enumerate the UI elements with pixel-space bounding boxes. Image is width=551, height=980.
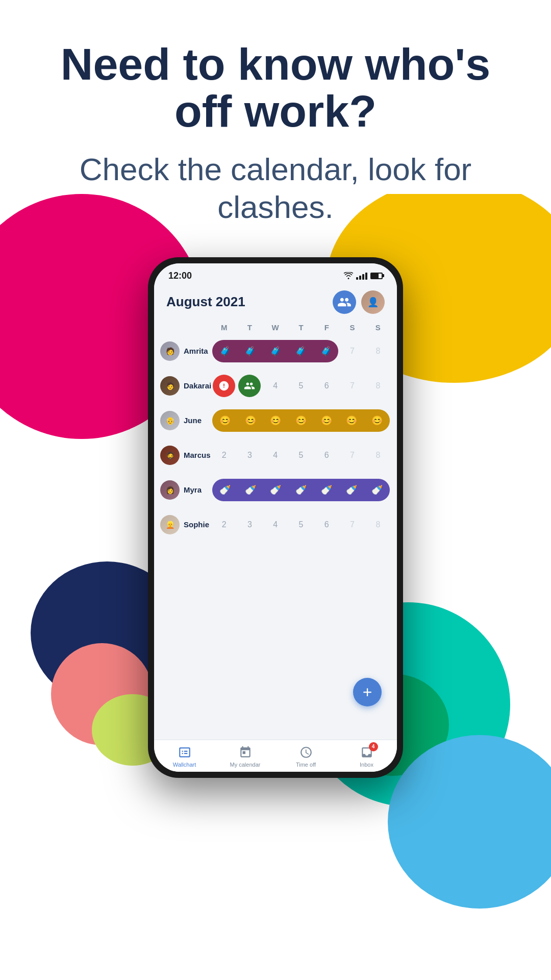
day-cell-dakarai-mon (211, 373, 237, 399)
status-icons (344, 272, 383, 280)
clash-warning-icon (218, 380, 230, 391)
smiley-icon-6: 😊 (346, 415, 357, 426)
day-number: 3 (247, 451, 252, 460)
day-cell-sophie-tue: 3 (237, 512, 262, 537)
stroller-icon-4: 🍼 (295, 484, 307, 496)
employee-info-marcus: 🧔 Marcus (160, 446, 211, 465)
employee-name-june: June (184, 416, 202, 425)
day-cell-marcus-sun: 8 (365, 443, 391, 468)
day-header-thu: T (288, 323, 314, 332)
day-cell-sophie-sun: 8 (365, 512, 391, 537)
day-cell-dakarai-sat: 7 (339, 373, 365, 399)
smiley-icon-1: 😊 (219, 415, 231, 426)
clash-red-icon (213, 375, 235, 397)
avatar-sophie: 👱 (160, 515, 180, 534)
clash-group-icon (238, 375, 261, 397)
day-cell-sophie-fri: 6 (314, 512, 339, 537)
day-number: 6 (324, 520, 329, 529)
smiley-icon-2: 😊 (245, 415, 256, 426)
bottom-nav: Wallchart My calendar (154, 740, 397, 772)
nav-item-wallchart[interactable]: Wallchart (154, 745, 215, 768)
nav-item-time-off[interactable]: Time off (276, 745, 336, 768)
day-number: 4 (273, 520, 278, 529)
suitcase-icon-5: 🧳 (320, 346, 332, 357)
nav-label-my-calendar: My calendar (230, 762, 261, 768)
user-avatar-image: 👤 (361, 290, 385, 314)
day-header-mon: M (211, 323, 237, 332)
employee-info-myra: 👩 Myra (160, 480, 211, 500)
avatar-june: 👴 (160, 411, 180, 430)
user-avatar-button[interactable]: 👤 (361, 290, 385, 314)
day-cell-amrita-sun: 8 (365, 338, 391, 364)
add-icon: + (363, 684, 372, 700)
day-cell-marcus-mon: 2 (211, 443, 237, 468)
holiday-pill-amrita: 🧳 🧳 🧳 🧳 🧳 (212, 340, 338, 362)
nav-item-inbox[interactable]: 4 Inbox (336, 745, 397, 768)
table-row: 🧑 Amrita 🧳 🧳 🧳 🧳 🧳 (154, 334, 397, 369)
stroller-icon-7: 🍼 (371, 484, 383, 496)
day-number: 7 (350, 520, 355, 529)
day-cell-sophie-mon: 2 (211, 512, 237, 537)
add-button[interactable]: + (353, 678, 382, 706)
employee-info-dakarai: 🧑 Dakarai (160, 376, 211, 396)
avatar-amrita: 🧑 (160, 341, 180, 361)
suitcase-icon-3: 🧳 (270, 346, 281, 357)
stroller-icon-2: 🍼 (245, 484, 256, 496)
day-cell-amrita-sat: 7 (339, 338, 365, 364)
day-number: 4 (273, 451, 278, 460)
timeoff-icon (299, 745, 313, 760)
day-number: 7 (350, 451, 355, 460)
app-header: August 2021 👤 (154, 285, 397, 321)
happy-pill-june: 😊 😊 😊 😊 😊 😊 😊 (212, 409, 390, 432)
day-number: 8 (375, 381, 380, 390)
day-header-tue: T (237, 323, 262, 332)
smiley-icon-7: 😊 (371, 415, 383, 426)
day-number: 8 (375, 520, 380, 529)
avatar-dakarai: 🧑 (160, 376, 180, 396)
phone-screen: 12:00 (154, 263, 397, 772)
day-header-sun: S (365, 323, 391, 332)
smiley-icon-3: 😊 (270, 415, 281, 426)
nav-label-wallchart: Wallchart (173, 762, 196, 768)
day-cell-dakarai-thu: 5 (288, 373, 314, 399)
status-bar: 12:00 (154, 263, 397, 285)
table-row: 🧑 Dakarai (154, 369, 397, 403)
stroller-icon-6: 🍼 (346, 484, 357, 496)
day-number: 8 (375, 451, 380, 460)
smiley-icon-5: 😊 (321, 415, 332, 426)
day-number: 8 (375, 347, 380, 356)
team-filter-button[interactable] (333, 290, 356, 314)
nav-item-my-calendar[interactable]: My calendar (215, 745, 276, 768)
day-cell-dakarai-sun: 8 (365, 373, 391, 399)
phone-frame: 12:00 (148, 257, 403, 778)
suitcase-icon-1: 🧳 (219, 346, 231, 357)
suitcase-icon-2: 🧳 (244, 346, 256, 357)
day-cell-dakarai-fri: 6 (314, 373, 339, 399)
hero-subtitle: Check the calendar, look for clashes. (31, 151, 520, 227)
day-cell-marcus-thu: 5 (288, 443, 314, 468)
employee-name-amrita: Amrita (184, 347, 208, 355)
smiley-icon-4: 😊 (295, 415, 307, 426)
day-cell-sophie-thu: 5 (288, 512, 314, 537)
avatar-myra: 👩 (160, 480, 180, 500)
phone-wrapper: 12:00 (0, 257, 551, 778)
day-cell-marcus-wed: 4 (263, 443, 288, 468)
employee-info-amrita: 🧑 Amrita (160, 341, 211, 361)
stroller-icon-3: 🍼 (270, 484, 281, 496)
day-header-empty (160, 323, 211, 332)
calendar-icon (238, 745, 253, 760)
day-header-wed: W (263, 323, 288, 332)
header-avatars: 👤 (333, 290, 385, 314)
day-number: 5 (299, 451, 304, 460)
employee-name-marcus: Marcus (184, 451, 211, 459)
nav-label-time-off: Time off (296, 762, 316, 768)
day-number: 5 (299, 381, 304, 390)
hero-section: Need to know who's off work? Check the c… (0, 0, 551, 247)
baby-pill-myra: 🍼 🍼 🍼 🍼 🍼 🍼 🍼 (212, 479, 390, 501)
day-number: 2 (222, 451, 227, 460)
day-header-fri: F (314, 323, 339, 332)
employee-info-june: 👴 June (160, 411, 211, 430)
stroller-icon-5: 🍼 (321, 484, 332, 496)
table-row: 👴 June 😊 😊 😊 😊 😊 (154, 403, 397, 438)
day-headers: M T W T F S S (154, 321, 397, 334)
